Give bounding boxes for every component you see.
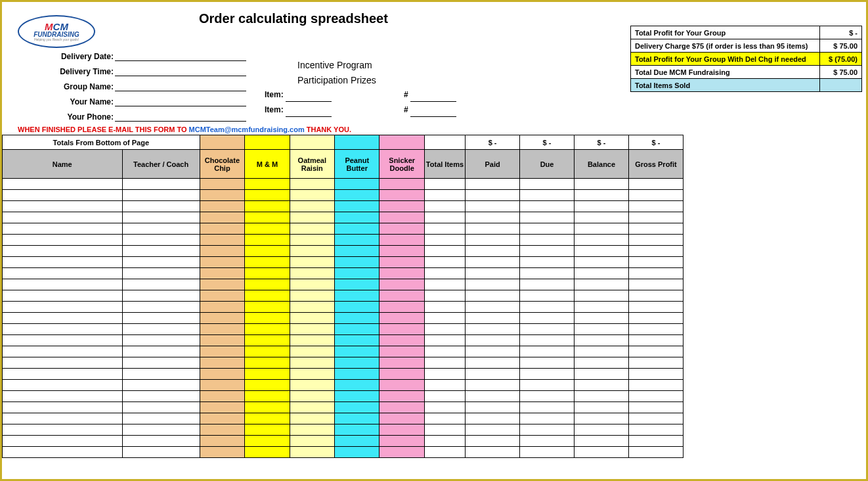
cell-oat[interactable]	[290, 380, 334, 391]
cell-balance[interactable]	[575, 402, 629, 413]
cell-due[interactable]	[520, 268, 575, 279]
cell-oat[interactable]	[290, 413, 334, 424]
cell-due[interactable]	[520, 413, 575, 424]
cell-total[interactable]	[424, 324, 465, 335]
cell-name[interactable]	[3, 257, 123, 268]
cell-paid[interactable]	[466, 290, 520, 302]
cell-paid[interactable]	[466, 279, 520, 290]
cell-balance[interactable]	[575, 212, 629, 223]
cell-oat[interactable]	[290, 290, 334, 302]
cell-teacher[interactable]	[122, 302, 200, 313]
cell-balance[interactable]	[575, 279, 629, 290]
cell-pb[interactable]	[335, 413, 380, 424]
cell-due[interactable]	[520, 212, 575, 223]
cell-oat[interactable]	[290, 223, 334, 235]
cell-mm[interactable]	[245, 369, 290, 380]
cell-paid[interactable]	[466, 190, 520, 201]
cell-total[interactable]	[424, 402, 465, 413]
cell-teacher[interactable]	[122, 246, 200, 257]
cell-teacher[interactable]	[122, 424, 200, 436]
cell-choc[interactable]	[200, 290, 244, 302]
cell-snk[interactable]	[380, 369, 424, 380]
cell-teacher[interactable]	[122, 436, 200, 447]
item1-input[interactable]	[286, 92, 332, 102]
cell-snk[interactable]	[380, 257, 424, 268]
cell-choc[interactable]	[200, 324, 244, 335]
cell-pb[interactable]	[335, 235, 380, 246]
cell-balance[interactable]	[575, 313, 629, 324]
cell-name[interactable]	[3, 447, 123, 458]
cell-pb[interactable]	[335, 313, 380, 324]
cell-total[interactable]	[424, 335, 465, 346]
cell-mm[interactable]	[245, 190, 290, 201]
cell-paid[interactable]	[466, 424, 520, 436]
cell-name[interactable]	[3, 380, 123, 391]
cell-name[interactable]	[3, 346, 123, 357]
cell-oat[interactable]	[290, 212, 334, 223]
cell-choc[interactable]	[200, 447, 244, 458]
cell-paid[interactable]	[466, 380, 520, 391]
cell-name[interactable]	[3, 402, 123, 413]
cell-total[interactable]	[424, 424, 465, 436]
cell-choc[interactable]	[200, 279, 244, 290]
cell-pb[interactable]	[335, 223, 380, 235]
cell-choc[interactable]	[200, 313, 244, 324]
cell-snk[interactable]	[380, 324, 424, 335]
cell-total[interactable]	[424, 369, 465, 380]
your-phone-input[interactable]	[115, 112, 246, 122]
cell-oat[interactable]	[290, 391, 334, 402]
cell-name[interactable]	[3, 279, 123, 290]
cell-snk[interactable]	[380, 402, 424, 413]
cell-mm[interactable]	[245, 223, 290, 235]
cell-mm[interactable]	[245, 302, 290, 313]
cell-oat[interactable]	[290, 257, 334, 268]
cell-balance[interactable]	[575, 268, 629, 279]
cell-teacher[interactable]	[122, 335, 200, 346]
cell-due[interactable]	[520, 447, 575, 458]
cell-profit[interactable]	[628, 436, 683, 447]
cell-paid[interactable]	[466, 313, 520, 324]
cell-due[interactable]	[520, 246, 575, 257]
cell-teacher[interactable]	[122, 380, 200, 391]
cell-name[interactable]	[3, 369, 123, 380]
cell-teacher[interactable]	[122, 223, 200, 235]
cell-mm[interactable]	[245, 201, 290, 212]
cell-profit[interactable]	[628, 201, 683, 212]
cell-snk[interactable]	[380, 436, 424, 447]
cell-teacher[interactable]	[122, 201, 200, 212]
cell-due[interactable]	[520, 380, 575, 391]
cell-total[interactable]	[424, 235, 465, 246]
cell-pb[interactable]	[335, 179, 380, 190]
cell-due[interactable]	[520, 223, 575, 235]
delivery-time-input[interactable]	[115, 66, 246, 76]
cell-teacher[interactable]	[122, 447, 200, 458]
cell-due[interactable]	[520, 424, 575, 436]
cell-pb[interactable]	[335, 324, 380, 335]
cell-choc[interactable]	[200, 201, 244, 212]
cell-mm[interactable]	[245, 279, 290, 290]
cell-oat[interactable]	[290, 357, 334, 369]
cell-due[interactable]	[520, 190, 575, 201]
item2-input[interactable]	[286, 107, 332, 117]
cell-pb[interactable]	[335, 391, 380, 402]
cell-total[interactable]	[424, 413, 465, 424]
cell-profit[interactable]	[628, 279, 683, 290]
cell-choc[interactable]	[200, 391, 244, 402]
cell-choc[interactable]	[200, 436, 244, 447]
cell-profit[interactable]	[628, 290, 683, 302]
cell-mm[interactable]	[245, 357, 290, 369]
cell-balance[interactable]	[575, 413, 629, 424]
cell-paid[interactable]	[466, 302, 520, 313]
cell-profit[interactable]	[628, 246, 683, 257]
cell-balance[interactable]	[575, 179, 629, 190]
cell-snk[interactable]	[380, 201, 424, 212]
cell-mm[interactable]	[245, 257, 290, 268]
cell-balance[interactable]	[575, 380, 629, 391]
cell-pb[interactable]	[335, 357, 380, 369]
cell-oat[interactable]	[290, 179, 334, 190]
cell-teacher[interactable]	[122, 357, 200, 369]
cell-mm[interactable]	[245, 179, 290, 190]
cell-oat[interactable]	[290, 369, 334, 380]
cell-total[interactable]	[424, 268, 465, 279]
cell-paid[interactable]	[466, 436, 520, 447]
